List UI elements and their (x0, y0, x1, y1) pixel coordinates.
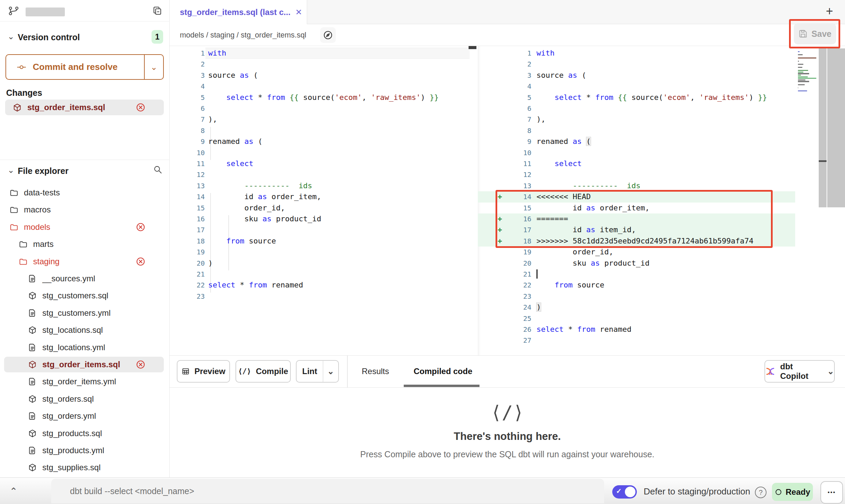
code-line[interactable]: 3source as ( (170, 70, 478, 81)
code-line[interactable]: 25 (478, 313, 795, 324)
code-line[interactable]: 19 (170, 247, 478, 257)
code-line[interactable]: 2 (170, 59, 478, 70)
code-line[interactable]: 20) (170, 258, 478, 269)
file-tree-item-stg_products.yml[interactable]: stg_products.yml (4, 443, 164, 458)
code-line[interactable]: 21 (170, 269, 478, 280)
tab-compiled-code[interactable]: Compiled code (414, 360, 472, 383)
code-line[interactable]: 7), (170, 114, 478, 125)
file-tree-item-stg_locations.sql[interactable]: stg_locations.sql (4, 322, 164, 338)
collapse-icon[interactable]: ⌃ (10, 486, 17, 497)
code-line[interactable]: 15 id as order_item, (478, 203, 795, 213)
code-line[interactable]: 20 sku as product_id (478, 258, 795, 269)
defer-toggle[interactable]: ✓ (612, 485, 637, 499)
tab-close-icon[interactable]: ✕ (295, 8, 302, 17)
code-line[interactable]: 23 (478, 291, 795, 302)
changed-file-row[interactable]: stg_order_items.sql (5, 100, 164, 115)
code-line[interactable]: +16======= (478, 213, 795, 224)
copy-icon[interactable] (152, 6, 162, 16)
command-input[interactable]: dbt build --select <model_name> (51, 479, 604, 503)
new-tab-icon[interactable]: + (826, 4, 833, 18)
code-line[interactable]: 17 (170, 224, 478, 235)
code-line[interactable]: 12 (170, 169, 478, 180)
code-line[interactable]: 6 (170, 103, 478, 114)
code-line[interactable]: 13 ---------- ids (170, 180, 478, 191)
file-tree-item-stg_customers.yml[interactable]: stg_customers.yml (4, 305, 164, 321)
code-line[interactable]: 26select * from renamed (478, 324, 795, 335)
file-tree-item-data-tests[interactable]: data-tests (4, 185, 164, 201)
file-tree-item-staging[interactable]: staging (4, 254, 164, 269)
code-line[interactable]: 19 order_id, (478, 247, 795, 257)
conflict-icon[interactable] (135, 256, 146, 267)
conflict-icon[interactable] (135, 222, 146, 232)
minimap[interactable] (795, 46, 818, 355)
code-line[interactable]: 5 select * from {{ source('ecom', 'raw_i… (478, 92, 795, 103)
search-icon[interactable] (153, 165, 162, 174)
code-line[interactable]: 8 (478, 125, 795, 136)
code-line[interactable]: +14<<<<<<< HEAD (478, 191, 795, 202)
page-scrollbar[interactable] (827, 48, 845, 207)
commit-dropdown-button[interactable]: ⌄ (144, 55, 163, 79)
code-line[interactable]: 14 id as order_item, (170, 191, 478, 202)
chevron-down-icon[interactable]: ⌄ (8, 32, 14, 41)
tab-stg-order-items[interactable]: stg_order_items.sql (last c... ✕ (170, 0, 307, 24)
code-line[interactable]: 12 (478, 169, 795, 180)
conflict-icon[interactable] (135, 102, 146, 113)
code-line[interactable]: 10 (170, 147, 478, 158)
code-line[interactable]: 24) (478, 302, 795, 313)
help-icon[interactable]: ? (755, 487, 767, 498)
file-tree-item-stg_supplies.sql[interactable]: stg_supplies.sql (4, 460, 164, 475)
file-tree-item-stg_customers.sql[interactable]: stg_customers.sql (4, 288, 164, 303)
code-line[interactable]: 1with (170, 48, 478, 59)
code-line[interactable]: 5 select * from {{ source('ecom', 'raw_i… (170, 92, 478, 103)
file-tree-item-stg_locations.yml[interactable]: stg_locations.yml (4, 340, 164, 355)
code-line[interactable]: 9renamed as ( (170, 136, 478, 147)
save-button[interactable]: Save (794, 23, 836, 44)
more-options-button[interactable]: ••• (820, 481, 843, 504)
commit-and-resolve-button[interactable]: Commit and resolve ⌄ (5, 54, 164, 80)
code-line[interactable]: 8 (170, 125, 478, 136)
code-line[interactable]: 9renamed as ( (478, 136, 795, 147)
chevron-down-icon[interactable]: ⌄ (8, 165, 14, 175)
code-line[interactable]: 16 sku as product_id (170, 213, 478, 224)
editor-pane-conflicted[interactable]: 1with23source as (45 select * from {{ so… (478, 46, 795, 355)
code-line[interactable]: 22select * from renamed (170, 280, 478, 291)
code-line[interactable]: 23 (170, 291, 478, 302)
file-tree-item-stg_orders.yml[interactable]: stg_orders.yml (4, 408, 164, 424)
code-line[interactable]: 18 from source (170, 236, 478, 247)
tab-results[interactable]: Results (362, 360, 389, 383)
code-line[interactable]: 1with (478, 48, 795, 59)
preview-button[interactable]: Preview (177, 360, 230, 383)
code-line[interactable]: 13 ---------- ids (478, 180, 795, 191)
editor-scrollbar[interactable] (819, 48, 827, 207)
file-tree-item-__sources.yml[interactable]: __sources.yml (4, 271, 164, 286)
code-line[interactable]: 11 select (478, 158, 795, 169)
file-tree-item-stg_order_items.sql[interactable]: stg_order_items.sql (4, 357, 164, 372)
code-line[interactable]: 4 (170, 81, 478, 92)
code-line[interactable]: 4 (478, 81, 795, 92)
file-tree-item-marts[interactable]: marts (4, 236, 164, 252)
compass-icon[interactable] (320, 27, 336, 43)
file-tree-item-stg_order_items.yml[interactable]: stg_order_items.yml (4, 374, 164, 389)
code-line[interactable]: 7), (478, 114, 795, 125)
file-tree-item-macros[interactable]: macros (4, 202, 164, 218)
dbt-copilot-button[interactable]: dbt Copilot ⌄ (764, 360, 835, 383)
code-line[interactable]: +18>>>>>>> 58c1dd23d5eebd9cd2495fa7124ab… (478, 236, 795, 247)
lint-button[interactable]: Lint ⌄ (296, 360, 339, 383)
code-line[interactable]: +17 id as item_id, (478, 224, 795, 235)
lint-dropdown-button[interactable]: ⌄ (323, 361, 338, 382)
file-tree-item-stg_products.sql[interactable]: stg_products.sql (4, 426, 164, 441)
compile-button[interactable]: ⟨/⟩ Compile (235, 360, 291, 383)
editor-pane-original[interactable]: 1with23source as (45 select * from {{ so… (170, 46, 478, 355)
code-line[interactable]: 21 (478, 269, 795, 280)
code-line[interactable]: 6 (478, 103, 795, 114)
conflict-icon[interactable] (135, 359, 146, 370)
code-line[interactable]: 27 (478, 335, 795, 346)
file-tree-item-stg_orders.sql[interactable]: stg_orders.sql (4, 391, 164, 407)
code-line[interactable]: 10 (478, 147, 795, 158)
code-line[interactable]: 15 order_id, (170, 203, 478, 213)
code-line[interactable]: 22 from source (478, 280, 795, 291)
code-line[interactable]: 3source as ( (478, 70, 795, 81)
file-tree-item-models[interactable]: models (4, 219, 164, 235)
code-line[interactable]: 2 (478, 59, 795, 70)
code-line[interactable]: 11 select (170, 158, 478, 169)
